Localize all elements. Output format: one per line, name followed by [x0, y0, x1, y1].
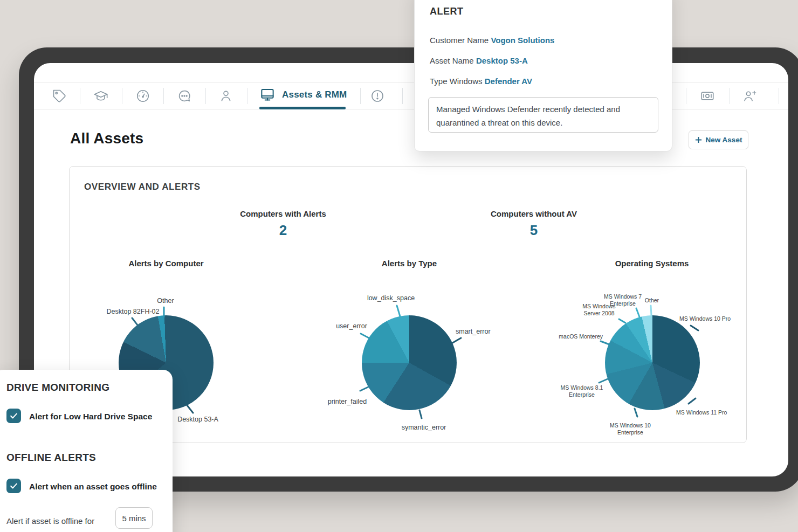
- pie-label: MS Windows 10 Pro: [679, 315, 749, 322]
- nav-divider: [122, 88, 122, 104]
- low-space-label: Alert for Low Hard Drive Space: [29, 412, 152, 422]
- active-tab-underline: [259, 107, 346, 109]
- pie-label: smart_error: [456, 328, 520, 336]
- pie-operating-systems[interactable]: [605, 315, 700, 410]
- pie-label: MS Windows 10 Enterprise: [606, 422, 655, 436]
- alert-popup: ALERT Customer Name Vogon Solutions Asse…: [414, 0, 672, 151]
- pie-label: printer_failed: [315, 398, 380, 406]
- chart-title-alerts-by-type: Alerts by Type: [345, 259, 474, 268]
- nav-divider: [80, 88, 80, 104]
- pie-label: low_disk_space: [359, 294, 423, 303]
- nav-divider: [686, 88, 686, 104]
- low-space-checkbox[interactable]: [6, 409, 21, 423]
- asset-name-link[interactable]: Desktop 53-A: [476, 56, 528, 65]
- chat-icon[interactable]: [177, 88, 192, 103]
- alert-description-box[interactable]: Managed Windows Defender recently detect…: [428, 97, 658, 133]
- field-label: Type Windows: [430, 77, 483, 86]
- pie-label: Desktop 82FH-02: [94, 308, 172, 316]
- stat-computers-without-av: Computers without AV 5: [469, 209, 598, 239]
- nav-divider: [163, 88, 164, 104]
- pie-label: user_error: [319, 322, 384, 331]
- stat-label: Computers with Alerts: [218, 209, 348, 218]
- pie-label: Other: [636, 297, 668, 304]
- nav-divider: [779, 88, 779, 104]
- pie-label: macOS Monterey: [549, 333, 603, 340]
- tab-assets-rmm[interactable]: Assets & RMM: [259, 87, 347, 103]
- chart-title-alerts-by-computer: Alerts by Computer: [101, 259, 231, 268]
- stat-value: 2: [218, 222, 348, 239]
- monitor-icon: [259, 87, 276, 103]
- drive-monitoring-title: DRIVE MONITORING: [6, 382, 109, 393]
- person-plus-icon[interactable]: [742, 88, 758, 103]
- offline-alerts-title: OFFLINE ALERTS: [6, 452, 96, 464]
- money-icon[interactable]: [700, 88, 715, 103]
- nav-bottom-border: [34, 109, 788, 109]
- check-icon: [9, 411, 18, 420]
- field-label: Customer Name: [430, 36, 489, 45]
- new-asset-button[interactable]: New Asset: [689, 130, 748, 149]
- page-title: All Assets: [70, 130, 143, 147]
- nav-top-border: [34, 82, 788, 83]
- alert-field-asset: Asset Name Desktop 53-A: [430, 56, 528, 65]
- offline-label: Alert when an asset goes offline: [29, 482, 157, 492]
- pie-label: MS Windows 11 Pro: [676, 409, 746, 416]
- customer-name-link[interactable]: Vogon Solutions: [491, 36, 554, 45]
- nav-divider: [247, 88, 247, 104]
- offline-minutes-input[interactable]: 5 mins: [115, 507, 153, 529]
- pie-label: MS Windows Server 2008: [575, 303, 623, 317]
- alert-popup-title: ALERT: [430, 6, 464, 17]
- screenshot-stage: Assets & RMM All Assets New Asset OVERVI…: [0, 0, 798, 532]
- plus-icon: [695, 136, 702, 143]
- stat-computers-with-alerts: Computers with Alerts 2: [218, 209, 348, 239]
- drive-monitoring-panel: DRIVE MONITORING Alert for Low Hard Driv…: [0, 370, 173, 532]
- pie-label: Desktop 53-A: [166, 416, 230, 424]
- alert-field-customer: Customer Name Vogon Solutions: [430, 36, 554, 45]
- nav-divider: [402, 88, 403, 104]
- check-icon: [9, 481, 18, 490]
- offline-for-label: Alert if asset is offline for: [6, 516, 94, 526]
- gauge-icon[interactable]: [135, 88, 150, 103]
- alert-field-type: Type Windows Defender AV: [430, 77, 532, 86]
- new-asset-button-label: New Asset: [706, 136, 742, 144]
- pie-label: Other: [148, 297, 183, 306]
- offline-checkbox[interactable]: [6, 479, 21, 493]
- graduation-cap-icon[interactable]: [93, 88, 108, 103]
- stat-label: Computers without AV: [469, 209, 598, 218]
- nav-divider: [205, 88, 206, 104]
- nav-divider: [730, 88, 730, 104]
- field-label: Asset Name: [430, 56, 474, 65]
- person-icon[interactable]: [218, 88, 233, 103]
- alert-type-link[interactable]: Defender AV: [485, 77, 532, 86]
- tag-icon[interactable]: [52, 88, 67, 103]
- pie-label: MS Windows 8.1 Enterprise: [558, 384, 606, 398]
- chart-title-operating-systems: Operating Systems: [587, 259, 717, 268]
- nav-divider: [360, 88, 361, 104]
- stat-value: 5: [469, 222, 598, 239]
- pie-label: symantic_error: [391, 424, 456, 432]
- section-title: OVERVIEW AND ALERTS: [84, 182, 201, 192]
- tab-assets-rmm-label: Assets & RMM: [282, 89, 347, 100]
- alert-circle-icon[interactable]: [370, 88, 385, 103]
